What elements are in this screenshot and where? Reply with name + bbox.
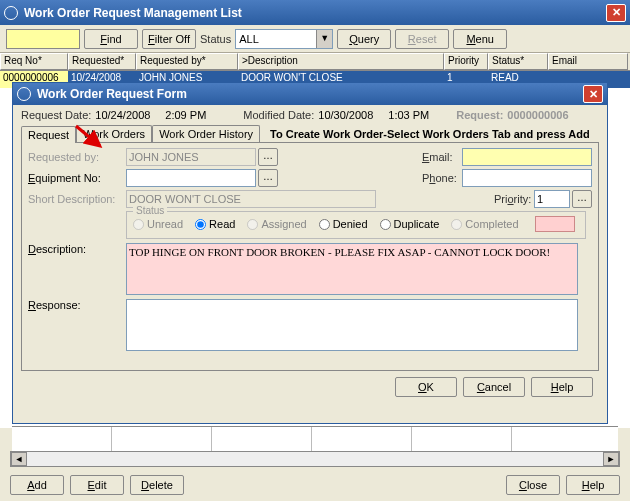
dialog-help-button[interactable]: Help <box>531 377 593 397</box>
requested-by-label: Requested by: <box>28 151 126 163</box>
dropdown-arrow-icon: ▼ <box>316 30 332 48</box>
query-button[interactable]: Query <box>337 29 391 49</box>
dialog-title: Work Order Request Form <box>37 87 583 101</box>
radio-unread: Unread <box>133 218 183 230</box>
add-button[interactable]: Add <box>10 475 64 495</box>
priority-field[interactable] <box>534 190 570 208</box>
tab-work-order-history[interactable]: Work Order History <box>152 125 260 142</box>
radio-completed: Completed <box>451 218 518 230</box>
description-label: Description: <box>28 243 126 255</box>
request-time: 2:09 PM <box>165 109 215 121</box>
request-no-label: Request: <box>456 109 503 121</box>
grid-footer-lines <box>12 426 618 454</box>
request-no: 0000000006 <box>507 109 568 121</box>
requested-by-lookup-button[interactable]: … <box>258 148 278 166</box>
col-status[interactable]: Status* <box>488 53 548 70</box>
help-button[interactable]: Help <box>566 475 620 495</box>
main-close-button[interactable]: ✕ <box>606 4 626 22</box>
response-label: Response: <box>28 299 126 311</box>
reset-button[interactable]: Reset <box>395 29 449 49</box>
dialog-close-button[interactable]: ✕ <box>583 85 603 103</box>
col-requested[interactable]: Requested* <box>68 53 136 70</box>
email-label: Email: <box>422 151 462 163</box>
tab-instruction: To Create Work Order-Select Work Orders … <box>270 125 590 142</box>
dialog-icon <box>17 87 31 101</box>
edit-button[interactable]: Edit <box>70 475 124 495</box>
filter-off-button[interactable]: Filter Off <box>142 29 196 49</box>
phone-field[interactable] <box>462 169 592 187</box>
tab-strip: Request Work Orders Work Order History T… <box>21 125 599 143</box>
cancel-button[interactable]: Cancel <box>463 377 525 397</box>
ok-button[interactable]: OK <box>395 377 457 397</box>
equipment-no-field[interactable] <box>126 169 256 187</box>
status-group: Status Unread Read Assigned Denied Dupli… <box>126 211 586 239</box>
scroll-track[interactable] <box>27 452 603 466</box>
priority-label: Priority: <box>494 193 534 205</box>
tab-work-orders[interactable]: Work Orders <box>76 125 152 142</box>
modified-date: 10/30/2008 <box>318 109 384 121</box>
short-desc-label: Short Description: <box>28 193 126 205</box>
requested-by-field[interactable] <box>126 148 256 166</box>
col-priority[interactable]: Priority <box>444 53 488 70</box>
request-date-label: Request Date: <box>21 109 91 121</box>
toolbar: Find Filter Off Status ALL ▼ Query Reset… <box>0 25 630 53</box>
dialog-button-row: OK Cancel Help <box>21 377 599 397</box>
menu-button[interactable]: Menu <box>453 29 507 49</box>
response-textarea[interactable] <box>126 299 578 351</box>
main-title: Work Order Request Management List <box>24 6 606 20</box>
grid-header: Req No* Requested* Requested by* >Descri… <box>0 53 630 71</box>
equipment-no-label: Equipment No: <box>28 172 126 184</box>
tab-request[interactable]: Request <box>21 126 76 143</box>
col-req-no[interactable]: Req No* <box>0 53 68 70</box>
col-email[interactable]: Email <box>548 53 628 70</box>
col-requested-by[interactable]: Requested by* <box>136 53 238 70</box>
close-button[interactable]: Close <box>506 475 560 495</box>
main-titlebar: Work Order Request Management List ✕ <box>0 0 630 25</box>
equipment-lookup-button[interactable]: … <box>258 169 278 187</box>
form-panel: Requested by: … Email: Equipment No: … P… <box>21 143 599 371</box>
scroll-right-icon[interactable]: ► <box>603 452 619 466</box>
app-icon <box>4 6 18 20</box>
request-date: 10/24/2008 <box>95 109 161 121</box>
find-button[interactable]: Find <box>84 29 138 49</box>
email-field[interactable] <box>462 148 592 166</box>
horizontal-scrollbar[interactable]: ◄ ► <box>10 451 620 467</box>
bottom-button-bar: Add Edit Delete Close Help <box>10 475 620 495</box>
priority-lookup-button[interactable]: … <box>572 190 592 208</box>
request-form-dialog: Work Order Request Form ✕ Request Date: … <box>12 82 608 424</box>
radio-duplicate[interactable]: Duplicate <box>380 218 440 230</box>
phone-label: Phone: <box>422 172 462 184</box>
radio-assigned: Assigned <box>247 218 306 230</box>
status-value: ALL <box>236 33 316 45</box>
delete-button[interactable]: Delete <box>130 475 184 495</box>
scroll-left-icon[interactable]: ◄ <box>11 452 27 466</box>
col-description[interactable]: >Description <box>238 53 444 70</box>
status-legend: Status <box>133 205 167 216</box>
description-textarea[interactable] <box>126 243 578 295</box>
status-dropdown[interactable]: ALL ▼ <box>235 29 333 49</box>
radio-denied[interactable]: Denied <box>319 218 368 230</box>
filter-value-box[interactable] <box>6 29 80 49</box>
dialog-titlebar: Work Order Request Form ✕ <box>13 83 607 105</box>
radio-read[interactable]: Read <box>195 218 235 230</box>
status-color-swatch <box>535 216 575 232</box>
modified-date-label: Modified Date: <box>243 109 314 121</box>
status-label: Status <box>200 33 231 45</box>
modified-time: 1:03 PM <box>388 109 438 121</box>
